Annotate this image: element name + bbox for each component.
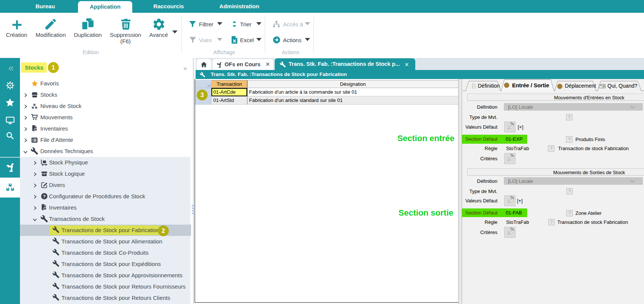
svg-text:?: ? <box>43 194 46 199</box>
